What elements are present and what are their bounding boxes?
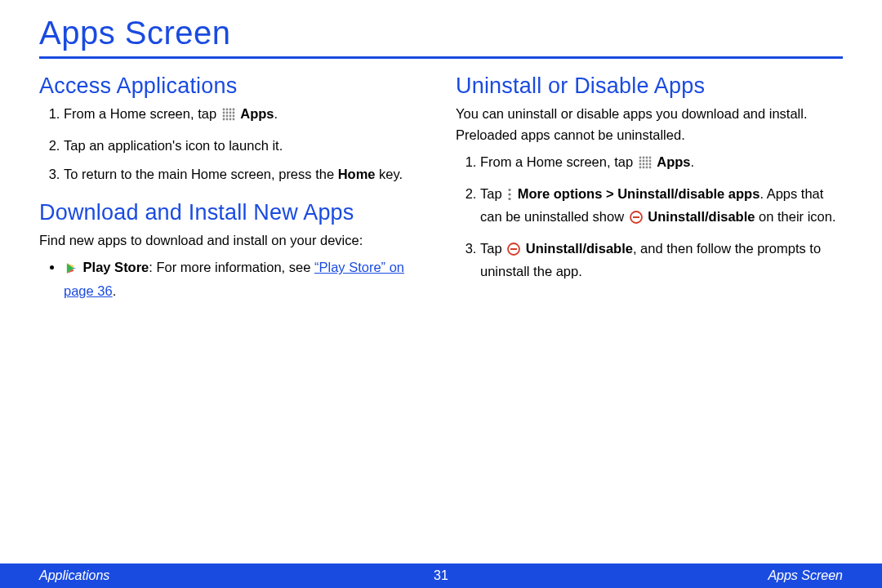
section-heading-access-applications: Access Applications (39, 74, 426, 99)
right-column: Uninstall or Disable Apps You can uninst… (456, 70, 843, 310)
step-text: on their icon. (755, 209, 835, 224)
list-item: Tap an application's icon to launch it. (64, 136, 426, 157)
step-text-bold: Uninstall/disable (648, 209, 755, 224)
step-text: Tap (480, 186, 506, 201)
step-text: . (691, 154, 695, 169)
list-item: To return to the main Home screen, press… (64, 164, 426, 185)
footer-right: Apps Screen (768, 568, 843, 583)
section-heading-uninstall-disable: Uninstall or Disable Apps (456, 74, 843, 99)
svg-point-23 (648, 157, 651, 159)
step-text-bold: Apps (657, 154, 690, 169)
footer-left: Applications (39, 568, 109, 583)
svg-rect-42 (510, 248, 517, 250)
svg-point-21 (642, 157, 644, 159)
list-item: Tap Uninstall/disable, and then follow t… (480, 238, 843, 283)
list-item: From a Home screen, tap Apps. (480, 152, 843, 176)
svg-point-24 (639, 160, 641, 163)
svg-point-36 (509, 189, 511, 191)
list-item: Tap More options > Uninstall/disable app… (480, 184, 843, 230)
svg-point-14 (229, 118, 231, 121)
step-text: . (274, 106, 278, 121)
svg-point-32 (639, 167, 641, 169)
svg-point-25 (642, 160, 644, 163)
svg-point-13 (225, 118, 228, 121)
svg-point-33 (642, 167, 644, 169)
step-text-bold: Home (338, 167, 376, 181)
svg-point-7 (232, 112, 234, 114)
uninstall-disable-steps: From a Home screen, tap Apps. (456, 152, 843, 283)
step-text-bold: Uninstall/disable (526, 241, 633, 256)
apps-grid-icon (222, 106, 235, 127)
page-title: Apps Screen (39, 15, 843, 56)
two-column-layout: Access Applications From a Home screen, … (39, 70, 843, 310)
section-heading-download-install: Download and Install New Apps (39, 200, 426, 225)
list-item: Play Store: For more information, see “P… (64, 257, 426, 301)
step-text: Tap (480, 241, 506, 256)
svg-point-34 (645, 167, 648, 169)
svg-point-15 (232, 118, 234, 121)
svg-rect-40 (633, 216, 639, 218)
step-text-bold: More options > Uninstall/disable apps (518, 186, 760, 201)
download-install-list: Play Store: For more information, see “P… (39, 257, 426, 301)
step-text-bold: Apps (240, 106, 274, 121)
more-options-icon (507, 186, 512, 207)
svg-point-22 (645, 157, 648, 159)
svg-point-5 (225, 112, 228, 114)
title-rule (39, 56, 843, 59)
svg-point-4 (222, 112, 225, 114)
svg-point-38 (509, 198, 511, 200)
svg-point-1 (225, 109, 228, 111)
bullet-text: . (113, 283, 117, 298)
svg-point-9 (225, 115, 228, 118)
step-text: Tap an application's icon to launch it. (64, 138, 283, 153)
svg-point-35 (648, 167, 651, 169)
svg-point-30 (645, 163, 648, 166)
svg-point-11 (232, 115, 234, 118)
apps-grid-icon (639, 154, 652, 176)
svg-point-27 (648, 160, 651, 163)
document-page: Apps Screen Access Applications From a H… (0, 0, 882, 588)
section-intro: You can uninstall or disable apps you do… (456, 104, 843, 145)
svg-point-6 (229, 112, 231, 114)
step-text: To return to the main Home screen, press… (64, 167, 338, 181)
bullet-text: : For more information, see (149, 260, 314, 274)
svg-point-10 (229, 115, 231, 118)
step-text: From a Home screen, tap (64, 106, 220, 121)
page-footer: Applications 31 Apps Screen (0, 564, 882, 588)
step-text: From a Home screen, tap (480, 154, 637, 169)
list-item: From a Home screen, tap Apps. (64, 104, 426, 127)
access-applications-steps: From a Home screen, tap Apps. (39, 104, 426, 185)
svg-point-37 (509, 193, 511, 195)
section-intro: Find new apps to download and install on… (39, 230, 426, 252)
svg-point-29 (642, 163, 644, 166)
play-store-icon (65, 260, 78, 281)
svg-point-8 (222, 115, 225, 118)
uninstall-disable-icon (630, 209, 643, 230)
left-column: Access Applications From a Home screen, … (39, 70, 426, 310)
svg-point-12 (222, 118, 225, 121)
svg-point-2 (229, 109, 231, 111)
svg-point-26 (645, 160, 648, 163)
step-text: key. (376, 167, 403, 181)
svg-point-0 (222, 109, 225, 111)
svg-point-28 (639, 163, 641, 166)
svg-point-20 (639, 157, 641, 159)
uninstall-disable-icon (507, 241, 520, 262)
svg-point-3 (232, 109, 234, 111)
bullet-text-bold: Play Store (83, 260, 149, 274)
svg-point-31 (648, 163, 651, 166)
footer-page-number: 31 (434, 568, 448, 583)
